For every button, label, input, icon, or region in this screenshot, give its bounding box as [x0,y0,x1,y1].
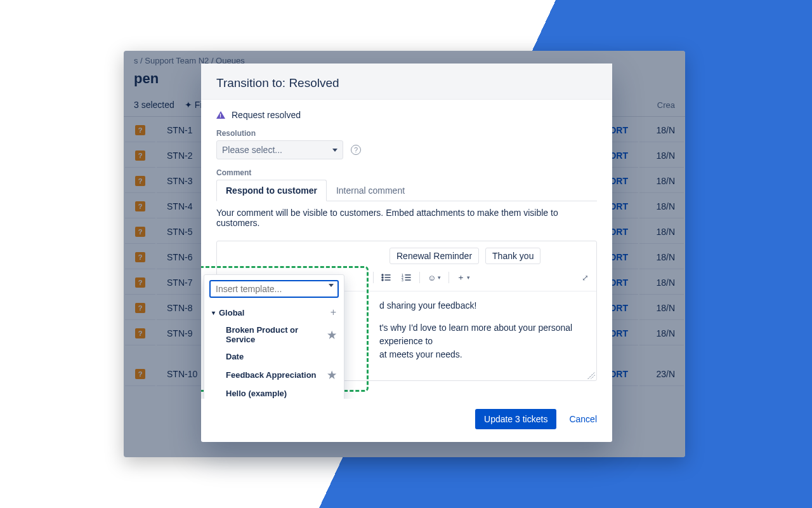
toolbar-divider [419,272,420,283]
template-group-global[interactable]: ▾Global + [204,303,344,322]
help-icon[interactable]: ? [351,145,361,155]
chip-thank-you[interactable]: Thank you [485,248,540,264]
template-group-label: Global [219,308,244,318]
template-item[interactable]: Hello (example) ★ [204,384,344,399]
template-item[interactable]: Date ★ [204,347,344,366]
emoji-button[interactable]: ☺▾ [425,272,443,284]
template-item[interactable]: Broken Product or Service ★ [204,322,344,347]
chip-renewal-reminder[interactable]: Renewal Reminder [390,248,479,264]
template-item[interactable]: Feedback Appreciation ★ [204,366,344,384]
svg-point-4 [382,279,383,281]
chevron-down-icon [329,284,334,287]
template-item-label: Broken Product or Service [226,325,327,344]
svg-point-0 [382,274,383,276]
editor-text-line: at meets your needs. [379,349,462,359]
svg-point-2 [382,277,383,278]
template-chips-row: Renewal Reminder Thank you [217,241,596,264]
modal-body: Request resolved Resolution Please selec… [201,100,612,399]
tab-internal[interactable]: Internal comment [327,180,414,201]
unordered-list-button[interactable] [379,272,394,283]
editor-text-line: d sharing your feedback! [379,300,476,311]
chevron-down-icon [332,149,337,152]
cancel-button[interactable]: Cancel [569,414,597,424]
svg-text:3: 3 [402,278,403,282]
template-search-input[interactable] [209,280,339,298]
warning-icon [216,111,225,119]
template-item-label: Date [226,352,244,361]
template-dropdown: ▾Global + Broken Product or Service ★ Da… [204,274,344,399]
modal-header: Transition to: Resolved [201,64,612,100]
template-item-label: Hello (example) [226,389,287,398]
request-resolved-text: Request resolved [232,110,301,120]
chevron-down-icon: ▾ [212,309,215,316]
editor-text-line: t's why I'd love to learn more about you… [379,323,572,346]
star-icon[interactable]: ★ [327,369,336,381]
resolution-placeholder: Please select... [222,145,282,155]
star-icon[interactable]: ★ [327,329,336,341]
request-resolved-row: Request resolved [216,110,597,120]
template-item-label: Feedback Appreciation [226,370,317,380]
update-tickets-button[interactable]: Update 3 tickets [475,409,556,429]
tab-respond[interactable]: Respond to customer [216,180,327,201]
comment-label: Comment [216,168,597,177]
ordered-list-button[interactable]: 123 [399,272,414,283]
toolbar-divider [449,272,449,283]
modal-footer: Update 3 tickets Cancel [201,399,612,442]
insert-more-button[interactable]: ＋▾ [454,271,473,284]
comment-hint: Your comment will be visible to customer… [216,208,597,228]
transition-modal: Transition to: Resolved Request resolved… [201,64,612,442]
comment-tabs: Respond to customer Internal comment [216,180,597,201]
resolution-select[interactable]: Please select... [216,140,343,159]
resize-handle[interactable] [587,371,595,379]
toolbar-divider [373,272,374,283]
resolution-label: Resolution [216,129,597,138]
expand-editor-button[interactable]: ⤢ [582,273,589,283]
add-template-button[interactable]: + [331,307,336,318]
modal-title: Transition to: Resolved [216,76,597,90]
